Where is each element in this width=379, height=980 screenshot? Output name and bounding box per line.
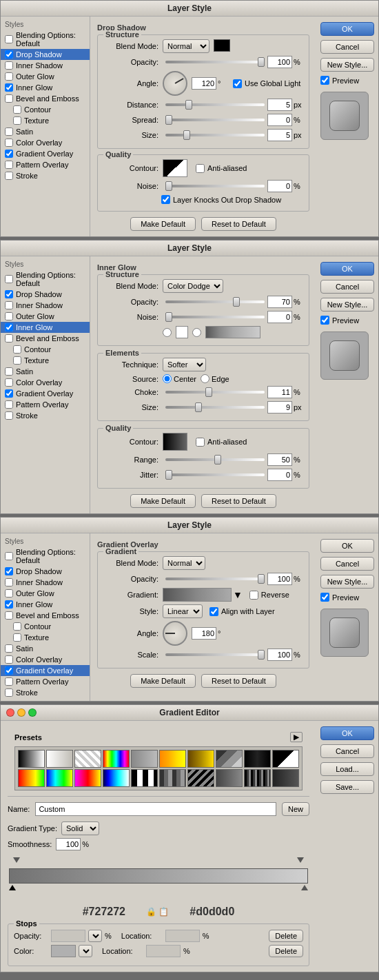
layer-knocks-checkbox[interactable]	[161, 195, 170, 204]
gradient-bar[interactable]	[9, 868, 308, 884]
p2-stroke-cb[interactable]	[5, 411, 13, 420]
color-overlay-checkbox[interactable]	[5, 139, 13, 147]
ig-opacity-thumb[interactable]	[233, 297, 240, 307]
presets-menu-btn[interactable]: ▶	[290, 732, 303, 742]
sidebar-item-texture[interactable]: Texture	[1, 115, 90, 126]
p3-texture-cb[interactable]	[13, 633, 21, 642]
preset-rainbow[interactable]	[103, 750, 130, 768]
bevel-checkbox[interactable]	[5, 94, 13, 103]
ge-cancel-btn[interactable]: Cancel	[320, 744, 374, 758]
p3-inner-shadow-cb[interactable]	[5, 578, 13, 586]
inner-glow-checkbox[interactable]	[5, 83, 13, 92]
sidebar-3-drop-shadow[interactable]: Drop Shadow	[1, 566, 90, 577]
sidebar-item-stroke[interactable]: Stroke	[1, 170, 90, 181]
new-style-btn-2[interactable]: New Style...	[320, 298, 374, 312]
ig-edge-radio[interactable]	[201, 374, 209, 383]
pattern-overlay-checkbox[interactable]	[5, 161, 13, 169]
go-opacity-thumb[interactable]	[258, 574, 265, 584]
opacity-stop-input[interactable]	[51, 930, 85, 942]
sidebar-3-blending[interactable]: Blending Options: Default	[1, 547, 90, 566]
preset-white-trans[interactable]	[46, 750, 73, 768]
sidebar-3-bevel[interactable]: Bevel and Emboss	[1, 610, 90, 621]
ig-edge-radio-label[interactable]: Edge	[201, 374, 229, 383]
sidebar-item-color-overlay[interactable]: Color Overlay	[1, 137, 90, 148]
new-style-btn-3[interactable]: New Style...	[320, 575, 374, 589]
preset-warm[interactable]	[18, 769, 45, 787]
go-angle-input[interactable]	[192, 627, 216, 640]
ig-center-radio[interactable]	[163, 374, 172, 383]
ig-technique-select[interactable]: Softer Precise	[163, 358, 206, 371]
ig-solid-radio[interactable]	[163, 328, 172, 337]
new-style-btn-1[interactable]: New Style...	[320, 58, 374, 72]
opacity-input[interactable]	[267, 56, 292, 68]
name-input[interactable]	[35, 802, 276, 816]
opacity-location-input[interactable]	[165, 930, 200, 942]
go-opacity-slider[interactable]	[165, 578, 265, 580]
ok-btn-3[interactable]: OK	[320, 539, 374, 553]
sidebar-3-color-overlay[interactable]: Color Overlay	[1, 654, 90, 665]
reset-default-btn-1[interactable]: Reset to Default	[201, 217, 276, 231]
noise-thumb[interactable]	[165, 181, 172, 191]
ig-size-input[interactable]	[267, 401, 292, 414]
delete-color-stop-btn[interactable]: Delete	[269, 945, 303, 957]
angle-input[interactable]	[192, 77, 216, 90]
opacity-stop-right[interactable]	[297, 857, 304, 863]
stroke-checkbox[interactable]	[5, 172, 13, 180]
p2-drop-shadow-cb[interactable]	[5, 290, 13, 298]
go-align-cb[interactable]	[209, 607, 218, 616]
reset-default-btn-3[interactable]: Reset to Default	[201, 674, 276, 688]
ig-center-radio-label[interactable]: Center	[163, 374, 196, 383]
ok-btn-2[interactable]: OK	[320, 262, 374, 276]
sidebar-2-outer-glow[interactable]: Outer Glow	[1, 311, 90, 322]
preset-dark-gray[interactable]	[272, 769, 299, 787]
p2-gradient-overlay-cb[interactable]	[5, 389, 13, 398]
inner-shadow-checkbox[interactable]	[5, 61, 13, 70]
p3-pattern-overlay-cb[interactable]	[5, 677, 13, 686]
go-blend-select[interactable]: Normal	[163, 556, 205, 570]
ig-jitter-slider[interactable]	[165, 473, 265, 476]
opacity-stop-select[interactable]: ▼	[88, 930, 102, 942]
ig-size-slider[interactable]	[165, 406, 265, 409]
cancel-btn-3[interactable]: Cancel	[320, 557, 374, 571]
preset-hot[interactable]	[74, 769, 101, 787]
sidebar-2-texture[interactable]: Texture	[1, 355, 90, 366]
ig-size-thumb[interactable]	[195, 402, 202, 412]
ig-choke-thumb[interactable]	[205, 387, 212, 397]
ig-range-slider[interactable]	[165, 458, 265, 461]
preview-label-2[interactable]: Preview	[320, 316, 374, 325]
color-location-input[interactable]	[146, 945, 181, 957]
gradient-overlay-checkbox[interactable]	[5, 150, 13, 158]
ig-noise-slider[interactable]	[165, 316, 265, 318]
go-align-label[interactable]: Align with Layer	[209, 607, 275, 616]
preset-bw-diag[interactable]	[272, 750, 299, 768]
preview-checkbox-1[interactable]	[320, 76, 329, 85]
opacity-thumb[interactable]	[258, 57, 265, 67]
ig-noise-thumb[interactable]	[165, 312, 172, 322]
sidebar-item-inner-glow[interactable]: Inner Glow	[1, 82, 90, 93]
ok-btn-1[interactable]: OK	[320, 22, 374, 36]
ig-range-input[interactable]	[267, 453, 292, 466]
ig-choke-input[interactable]	[267, 386, 292, 398]
ig-blend-select[interactable]: Color Dodge Normal Screen	[163, 279, 223, 293]
distance-input[interactable]	[267, 99, 292, 111]
layer-knocks-label[interactable]: Layer Knocks Out Drop Shadow	[161, 195, 281, 204]
sidebar-item-outer-glow[interactable]: Outer Glow	[1, 71, 90, 82]
anti-aliased-label[interactable]: Anti-aliased	[196, 164, 247, 173]
sidebar-item-blending[interactable]: Blending Options: Default	[1, 30, 90, 49]
ge-load-btn[interactable]: Load...	[320, 762, 374, 776]
ig-jitter-input[interactable]	[267, 469, 292, 481]
sidebar-3-inner-glow[interactable]: Inner Glow	[1, 599, 90, 610]
contour-preview[interactable]	[163, 159, 187, 177]
anti-aliased-checkbox[interactable]	[196, 164, 205, 173]
go-style-select[interactable]: Linear Radial	[163, 604, 203, 618]
color-stop-right[interactable]	[301, 885, 308, 890]
distance-thumb[interactable]	[185, 100, 192, 110]
sidebar-item-drop-shadow[interactable]: Drop Shadow	[1, 49, 90, 60]
go-gradient-preview[interactable]	[163, 588, 232, 602]
preset-bw[interactable]	[18, 750, 45, 768]
sidebar-3-stroke[interactable]: Stroke	[1, 687, 90, 698]
sidebar-3-gradient-overlay[interactable]: Gradient Overlay	[1, 665, 90, 676]
sidebar-2-contour[interactable]: Contour	[1, 344, 90, 355]
spread-slider[interactable]	[165, 119, 265, 121]
color-stop-swatch[interactable]	[51, 945, 76, 957]
